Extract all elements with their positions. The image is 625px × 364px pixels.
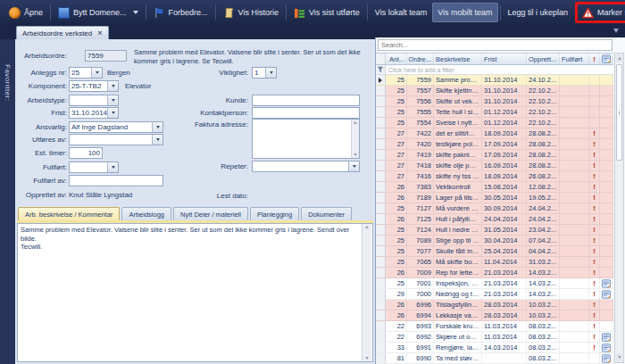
column-header-ordre[interactable]: Ordre... (407, 54, 434, 64)
bytt-domene-button[interactable]: Bytt Domene... (53, 3, 144, 22)
column-header-note-icon[interactable] (600, 54, 613, 64)
table-row[interactable]: 257001Inspeksjon, lage ar...21.03.201414… (376, 278, 613, 289)
table-row[interactable]: 257559Samme problem me...31.10.201424.10… (376, 75, 613, 86)
table-row[interactable]: 267009Rep for lettere kon...21.03.201414… (376, 268, 613, 278)
table-row[interactable]: 277418skifte olje på komp...16.09.201428… (376, 161, 613, 171)
cell-alert (589, 107, 600, 117)
chevron-down-icon[interactable] (107, 81, 118, 91)
column-header-frist[interactable]: Frist (482, 54, 527, 64)
column-header-alert-icon[interactable]: ! (589, 54, 600, 64)
scroll-up-icon[interactable] (354, 121, 357, 124)
table-row[interactable]: 226992Skjære ut og pigge...11.03.201408.… (376, 332, 613, 343)
vis-lokalt-team-button[interactable]: Vis lokalt team (370, 3, 432, 22)
vis-mobilt-team-button[interactable]: Vis mobilt team (432, 3, 497, 22)
frist-combo[interactable]: 31.10.2014 (69, 107, 119, 119)
table-row[interactable]: 297000Nedrigg og transpo...21.03.201414.… (376, 289, 613, 300)
vis-historie-button[interactable]: Vis Historie (218, 3, 284, 22)
table-row[interactable]: 267383Vektkontroll15.08.201412.08.2...! (376, 182, 613, 193)
column-header-fullfort[interactable]: Fullført (560, 54, 589, 64)
forbedre-button[interactable]: Forbedre... (148, 3, 213, 22)
table-row[interactable]: 277422det er slitt/tært hul...18.09.2014… (376, 128, 613, 139)
apne-button[interactable]: Åpne (4, 3, 48, 22)
column-header-beskrivelse[interactable]: Beskrivelse (434, 54, 482, 64)
grid-scrollbar[interactable] (614, 53, 624, 363)
utfores-av-combo[interactable] (69, 134, 163, 145)
scroll-up-icon[interactable] (616, 54, 622, 62)
table-row[interactable]: 336991Rengjøre, laste op...14.03.201408.… (376, 343, 613, 353)
table-row[interactable]: 226993Forskale krune på c...11.03.201408… (376, 321, 613, 332)
scroll-up-icon[interactable] (365, 226, 369, 228)
chevron-down-icon[interactable] (265, 68, 276, 78)
legg-til-i-ukeplan-button[interactable]: Legg til i ukeplan (503, 3, 574, 22)
table-row[interactable]: 266996Tilslagsfylling stopp...28.03.2014… (376, 300, 613, 310)
pin-icon[interactable] (613, 29, 619, 33)
repeter-combo[interactable] (252, 161, 360, 172)
close-icon[interactable]: × (97, 29, 102, 37)
table-row[interactable]: 267189Lager på tilslagsba...30.05.201419… (376, 193, 613, 203)
cell-beskrivelse: Vektkontroll (434, 182, 482, 192)
table-row[interactable]: 257124Hull i nedre del av s...31.05.2014… (376, 225, 613, 236)
kontaktperson-field[interactable] (252, 107, 360, 119)
chevron-down-icon[interactable] (91, 68, 102, 78)
table-row[interactable]: 257556Skifte ut vekt 5. N...31.10.201422… (376, 96, 613, 107)
est-timer-field[interactable] (69, 147, 103, 159)
filter-icon[interactable] (376, 65, 386, 74)
viktighet-combo[interactable]: 1 (252, 67, 277, 79)
tab-arbeidslogg[interactable]: Arbeidslogg (121, 207, 171, 220)
arbeidsordre-field[interactable] (85, 50, 127, 62)
scroll-down-icon[interactable] (354, 153, 357, 156)
marker-som-lest-button[interactable]: Marker som lest (575, 2, 625, 23)
cell-beskrivelse: skifte ny tss vekt (... (434, 171, 482, 181)
column-header-anl[interactable]: Anl... (386, 54, 407, 64)
cell-frist (482, 353, 527, 363)
tab-planlegging[interactable]: Planlegging (250, 207, 299, 220)
table-row[interactable]: 267125Hull i påfyllingsrør ...24.04.2014… (376, 214, 613, 225)
tab-dokumenter[interactable]: Dokumenter (301, 207, 352, 220)
button-label: Bytt Domene... (73, 8, 127, 17)
vis-sist-utforte-button[interactable]: Vis sist utførte (288, 3, 365, 22)
chevron-down-icon[interactable] (107, 162, 118, 172)
tab-arbeidsordre-verksted[interactable]: Arbeidsordre verksted × (16, 26, 109, 39)
faktura-scrollbar[interactable] (351, 120, 359, 158)
table-row[interactable]: 816990Ta med støvavsug ...08.03.2... (376, 353, 613, 364)
grid-filter-row[interactable]: Click here to add a filter (376, 65, 613, 75)
kunde-field[interactable] (252, 95, 360, 106)
chevron-down-icon[interactable] (133, 11, 138, 14)
faktura-adresse-field[interactable] (252, 119, 360, 159)
table-row[interactable]: 277420testkjøre polarmati...17.09.201428… (376, 139, 613, 150)
fullfort-combo[interactable] (69, 161, 119, 173)
filter-hint[interactable]: Click here to add a filter (386, 67, 457, 73)
search-input[interactable] (378, 39, 612, 51)
arbeidstype-combo[interactable] (69, 95, 119, 106)
table-row[interactable]: 257555Tette hull i silo 2 nø...01.12.201… (376, 107, 613, 118)
table-row[interactable]: 257089Stige opp til silotop...30.04.2014… (376, 236, 613, 246)
table-row[interactable]: 266994Lekkasje vann ut til...28.03.20141… (376, 310, 613, 321)
fullfort-av-field[interactable] (69, 175, 163, 186)
cell-fullfort (560, 236, 589, 245)
table-row[interactable]: 257077Skulle fått inn find...25.04.20140… (376, 246, 613, 257)
scrollbar-thumb[interactable] (616, 64, 622, 161)
cell-ordre: 7555 (407, 107, 434, 117)
anleggs-nr-combo[interactable]: 25 (69, 67, 103, 79)
table-row[interactable]: 257065Må skifte bunnplat...11.04.201431.… (376, 257, 613, 268)
chevron-down-icon[interactable] (107, 108, 118, 118)
comment-scrollbar[interactable] (362, 224, 371, 361)
chevron-down-icon[interactable] (107, 95, 118, 105)
table-row[interactable]: 257127Må vurdere og skif...30.09.201424.… (376, 203, 613, 214)
favorites-panel[interactable]: Favoritter: (0, 39, 15, 364)
tab-nytt-deler-materiell[interactable]: Nytt Deler / materiell (173, 207, 248, 220)
scroll-down-icon[interactable] (616, 353, 622, 361)
chevron-down-icon[interactable] (152, 135, 162, 145)
komponent-combo[interactable]: 25-T-TB2 (69, 80, 119, 92)
table-row[interactable]: 277416skifte ny tss vekt (...18.09.20142… (376, 171, 613, 182)
table-row[interactable]: 257554Sveise i nytt slitest...01.12.2014… (376, 118, 613, 128)
table-row[interactable]: 277419skifte pakninger i si...17.09.2014… (376, 150, 613, 161)
chevron-down-icon[interactable] (348, 161, 359, 171)
alert-icon: ! (589, 246, 600, 256)
cell-alert (589, 353, 600, 363)
tab-arb-beskrivelse-kommentar[interactable]: Arb. beskrivelse / Kommentar (18, 207, 120, 220)
table-row[interactable]: 257557Skifte kjettinger på...31.10.20142… (376, 86, 613, 96)
scroll-down-icon[interactable] (365, 357, 369, 360)
comment-textarea[interactable]: Samme problem med Elevator. Valsene blir… (17, 223, 373, 362)
column-header-opprettet[interactable]: Opprett... (527, 54, 560, 64)
